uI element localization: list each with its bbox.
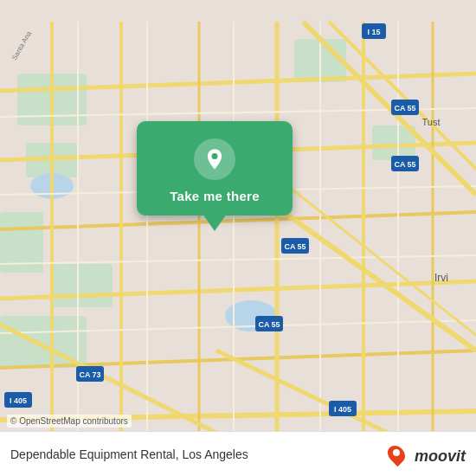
svg-text:I 15: I 15 [367,28,380,36]
svg-text:CA 55: CA 55 [258,320,280,329]
moovit-pin-dot [393,449,400,456]
location-pin-icon [203,147,227,171]
popup-card: Take me there [137,121,293,215]
pin-icon-circle [194,138,235,180]
copyright-text: © OpenStreetMap contributors [7,415,132,428]
svg-text:Tust: Tust [422,117,441,127]
moovit-logo: moovit [389,445,466,467]
take-me-there-button[interactable]: Take me there [170,189,260,203]
svg-text:CA 55: CA 55 [394,104,415,113]
map-svg: I 15 CA 55 CA 55 CA 55 CA 73 I 405 I 405… [0,0,476,476]
svg-text:Irvi: Irvi [434,272,448,284]
svg-point-57 [212,153,218,159]
svg-text:CA 73: CA 73 [79,370,100,379]
svg-text:I 405: I 405 [10,396,27,405]
svg-text:CA 55: CA 55 [284,242,306,251]
svg-rect-4 [52,264,113,307]
svg-text:CA 55: CA 55 [394,160,415,169]
place-name: Dependable Equipment Rental, Los Angeles [10,447,248,461]
map-container: I 15 CA 55 CA 55 CA 55 CA 73 I 405 I 405… [0,0,476,476]
moovit-brand-text: moovit [415,447,466,466]
bottom-bar: Dependable Equipment Rental, Los Angeles… [0,431,476,476]
svg-text:I 405: I 405 [334,405,351,414]
